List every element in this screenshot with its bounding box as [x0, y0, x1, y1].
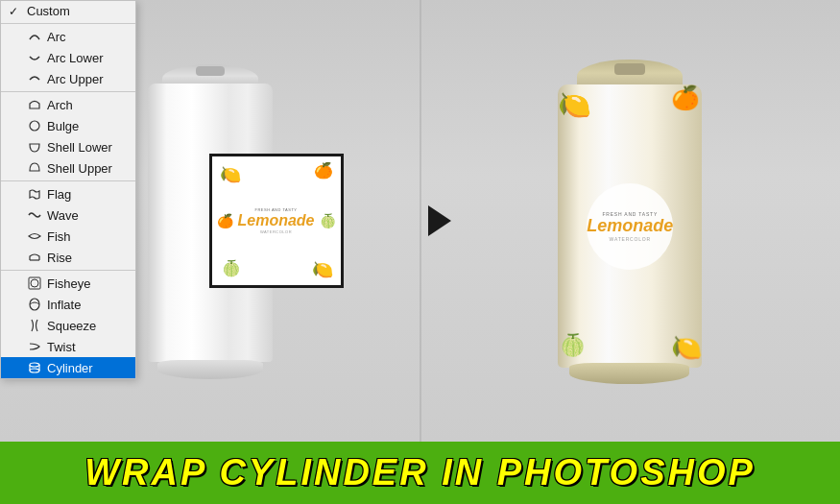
rise-icon	[27, 250, 42, 265]
menu-label-arch: Arch	[47, 98, 73, 112]
can-fruit-tr: 🍊	[671, 84, 700, 111]
can-bottom	[157, 360, 263, 379]
bottom-banner: WRAP CYLINDER IN PHOTOSHOP	[0, 442, 840, 504]
can-fruit-bl: 🍈	[560, 333, 586, 358]
check-icon: ✓	[9, 5, 24, 18]
menu-item-cylinder[interactable]: Cylinder	[1, 357, 135, 378]
menu-item-inflate[interactable]: Inflate	[1, 294, 135, 315]
menu-label-cylinder: Cylinder	[47, 361, 93, 375]
color-can-bottom	[569, 363, 689, 384]
shell-upper-icon	[27, 160, 42, 176]
color-can-body: 🍋 🍊 🍈 🍋 FRESH AND TASTY Lemonade WATERCO…	[558, 84, 702, 368]
warp-style-dropdown[interactable]: ✓ Custom Arc Arc Lower Arc Upper	[0, 0, 136, 379]
menu-separator-2	[1, 91, 135, 92]
divider-line	[420, 0, 420, 442]
fruit-top-right: 🍊	[314, 161, 333, 180]
fruit-top-left: 🍋	[220, 164, 241, 185]
menu-item-rise[interactable]: Rise	[1, 247, 135, 268]
svg-point-8	[30, 369, 39, 372]
menu-item-arc-upper[interactable]: Arc Upper	[1, 68, 135, 89]
label-preview: 🍋 🍊 🍈 🍋 🍊 🍈 FRESH AND TASTY Lemonade WAT…	[209, 154, 344, 288]
menu-item-arch[interactable]: Arch	[1, 94, 135, 115]
menu-item-arc[interactable]: Arc	[1, 26, 135, 47]
label-text-area: FRESH AND TASTY Lemonade WATERCOLOR	[243, 187, 310, 254]
menu-item-twist[interactable]: Twist	[1, 336, 135, 357]
label-watercolor-text: WATERCOLOR	[260, 229, 292, 234]
menu-separator-1	[1, 23, 135, 24]
menu-label-fisheye: Fisheye	[47, 276, 91, 291]
svg-point-0	[30, 121, 39, 131]
menu-item-bulge[interactable]: Bulge	[1, 115, 135, 136]
arc-lower-icon	[27, 50, 42, 65]
cylinder-icon	[27, 360, 42, 375]
menu-item-flag[interactable]: Flag	[1, 183, 135, 204]
arc-icon	[27, 29, 42, 44]
fish-icon	[27, 228, 42, 244]
menu-item-wave[interactable]: Wave	[1, 204, 135, 226]
shell-lower-icon	[27, 139, 42, 155]
arc-upper-icon	[27, 71, 42, 86]
inflate-icon	[27, 297, 42, 312]
labeled-can: 🍋 🍊 🍈 🍋 FRESH AND TASTY Lemonade WATERCO…	[558, 58, 702, 384]
flag-icon	[27, 186, 42, 202]
menu-item-squeeze[interactable]: Squeeze	[1, 315, 135, 336]
menu-label-arc-upper: Arc Upper	[47, 72, 104, 86]
fruit-mid-right: 🍈	[320, 213, 336, 228]
menu-label-flag: Flag	[47, 187, 71, 202]
menu-separator-4	[1, 270, 135, 271]
menu-item-arc-lower[interactable]: Arc Lower	[1, 47, 135, 68]
can-tab	[196, 66, 225, 76]
arch-icon	[27, 97, 42, 112]
menu-item-shell-upper[interactable]: Shell Upper	[1, 157, 135, 179]
menu-label-bulge: Bulge	[47, 119, 79, 133]
menu-label-arc-lower: Arc Lower	[47, 51, 104, 65]
svg-point-4	[30, 299, 39, 310]
menu-label-inflate: Inflate	[47, 298, 81, 312]
direction-arrow	[428, 205, 451, 236]
menu-label-arc: Arc	[47, 30, 66, 44]
label-inner: 🍋 🍊 🍈 🍋 🍊 🍈 FRESH AND TASTY Lemonade WAT…	[212, 156, 341, 285]
banner-text: WRAP CYLINDER IN PHOTOSHOP	[84, 452, 756, 493]
label-lemonade-text: Lemonade	[238, 212, 315, 229]
svg-point-3	[31, 279, 38, 287]
menu-label-squeeze: Squeeze	[47, 319, 96, 333]
fruit-bottom-left: 🍈	[222, 259, 241, 277]
color-can-tab	[614, 63, 645, 75]
squeeze-icon	[27, 318, 42, 333]
can-fruit-tl: 🍋	[558, 89, 591, 121]
can-watercolor-text: WATERCOLOR	[610, 236, 651, 242]
menu-item-custom[interactable]: ✓ Custom	[1, 1, 135, 21]
fruit-bottom-right: 🍋	[312, 259, 333, 280]
menu-label-rise: Rise	[47, 251, 72, 265]
twist-icon	[27, 339, 42, 354]
menu-item-fish[interactable]: Fish	[1, 226, 135, 247]
menu-item-fisheye[interactable]: Fisheye	[1, 273, 135, 294]
menu-item-shell-lower[interactable]: Shell Lower	[1, 136, 135, 157]
canvas-area: ✓ Custom Arc Arc Lower Arc Upper	[0, 0, 840, 442]
fruit-mid-left: 🍊	[217, 213, 233, 228]
menu-label-twist: Twist	[47, 340, 76, 354]
arrow-container	[428, 205, 451, 236]
menu-label-shell-lower: Shell Lower	[47, 140, 112, 155]
menu-label-custom: Custom	[27, 4, 70, 18]
menu-label-shell-upper: Shell Upper	[47, 161, 112, 176]
bulge-icon	[27, 118, 42, 133]
svg-point-5	[30, 363, 39, 367]
right-section: 🍋 🍊 🍈 🍋 FRESH AND TASTY Lemonade WATERCO…	[420, 0, 841, 442]
fisheye-icon	[27, 276, 42, 291]
menu-separator-3	[1, 180, 135, 181]
can-lemonade-text: Lemonade	[587, 217, 673, 234]
can-center-label: FRESH AND TASTY Lemonade WATERCOLOR	[587, 183, 673, 270]
menu-label-wave: Wave	[47, 208, 79, 223]
can-fruit-br: 🍋	[671, 333, 702, 363]
menu-label-fish: Fish	[47, 229, 71, 244]
wave-icon	[27, 207, 42, 223]
